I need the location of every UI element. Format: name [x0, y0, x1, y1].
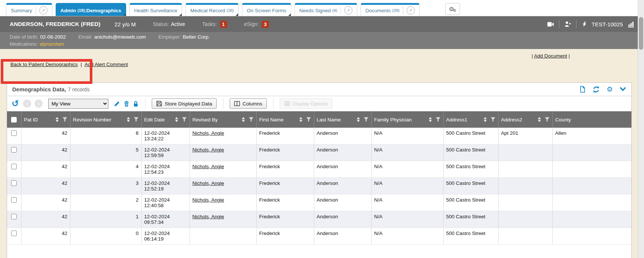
vertical-scrollbar[interactable]: [638, 0, 644, 258]
cell-county: [552, 228, 631, 245]
filter-funnel-icon[interactable]: [436, 117, 441, 122]
sort-icon[interactable]: [175, 117, 178, 122]
status-value: Active: [171, 21, 185, 27]
column-header-first-name[interactable]: First Name: [256, 111, 314, 128]
tab-summary[interactable]: Summary ↗: [6, 3, 52, 16]
refresh-icon[interactable]: [592, 86, 600, 93]
row-checkbox[interactable]: [11, 231, 17, 236]
medications-value[interactable]: alprazolam: [40, 41, 64, 47]
revised-by-link[interactable]: Nichols, Angie: [193, 180, 224, 186]
add-document-link[interactable]: Add Document: [534, 53, 567, 59]
cell-address1: 500 Castro Street: [443, 211, 498, 228]
revised-by-link[interactable]: Nichols, Angie: [193, 164, 224, 169]
sort-icon[interactable]: [127, 117, 130, 122]
table-header-row: Pat ID Revision Number Edit Date Revised…: [7, 111, 631, 128]
row-checkbox[interactable]: [11, 197, 17, 203]
header-select-all[interactable]: [7, 111, 21, 128]
display-options-label: Display Options: [293, 101, 328, 107]
new-document-icon[interactable]: [579, 86, 586, 93]
filter-funnel-icon[interactable]: [249, 117, 254, 122]
column-header-pat-id[interactable]: Pat ID: [21, 111, 70, 128]
row-checkbox[interactable]: [11, 130, 17, 136]
filter-funnel-icon[interactable]: [62, 117, 68, 122]
tab-admin-demographics[interactable]: Admin (19) :Demographics: [56, 3, 126, 16]
row-checkbox[interactable]: [11, 214, 17, 219]
scrollbar-thumb[interactable]: [639, 17, 643, 50]
edit-view-pencil-icon[interactable]: [114, 101, 120, 107]
display-options-button: Display Options: [280, 98, 332, 109]
tab-health-surveillance[interactable]: Health Surveillance: [129, 3, 182, 16]
cell-first-name: Frederick: [256, 161, 314, 178]
revised-by-link[interactable]: Nichols, Angie: [193, 147, 224, 153]
tab-medical-record-label: Medical Record: [190, 8, 225, 13]
tab-summary-popout[interactable]: ↗: [36, 6, 47, 14]
filter-funnel-icon[interactable]: [306, 117, 311, 122]
filter-funnel-icon[interactable]: [134, 117, 139, 122]
video-camera-icon[interactable]: [547, 22, 554, 27]
add-person-icon[interactable]: [565, 21, 571, 27]
delete-view-trash-icon[interactable]: [124, 101, 129, 107]
lightning-bolt-icon[interactable]: [582, 21, 586, 27]
filter-funnel-icon[interactable]: [490, 117, 496, 122]
esign-count-badge[interactable]: 3: [262, 21, 269, 28]
cell-edit-date: 12-02-202412:40:58: [141, 195, 190, 211]
sort-icon[interactable]: [357, 117, 360, 122]
tab-documents-label: Documents: [365, 8, 391, 13]
column-header-edit-date[interactable]: Edit Date: [141, 111, 190, 128]
lock-view-icon[interactable]: [133, 101, 139, 107]
sort-icon[interactable]: [299, 117, 302, 122]
collapse-chevron-icon[interactable]: [620, 87, 626, 92]
divider: [559, 20, 559, 28]
revised-by-link[interactable]: Nichols, Angie: [193, 214, 224, 219]
prev-view-button[interactable]: ‹: [23, 99, 31, 108]
filter-funnel-icon[interactable]: [182, 117, 187, 122]
cell-address1: 500 Castro Street: [443, 161, 498, 178]
column-header-revision-number[interactable]: Revision Number: [70, 111, 141, 128]
tab-dropdown-fold-icon: [288, 13, 291, 16]
column-header-revised-by[interactable]: Revised By: [190, 111, 256, 128]
row-checkbox[interactable]: [11, 147, 17, 153]
tab-needs-signed[interactable]: Needs Signed (4) ↗: [295, 3, 357, 16]
tab-documents-popout[interactable]: ↗: [403, 6, 415, 14]
cell-first-name: Frederick: [256, 211, 314, 228]
tab-medical-record[interactable]: Medical Record (16): [185, 3, 239, 16]
next-view-button[interactable]: ›: [34, 99, 43, 108]
undo-icon[interactable]: ↺: [12, 99, 19, 108]
sort-icon[interactable]: [538, 117, 541, 122]
tab-on-screen-forms[interactable]: On Screen Forms: [242, 3, 291, 16]
add-alert-comment-link[interactable]: Add Alert Comment: [85, 62, 128, 67]
revised-by-link[interactable]: Nichols, Angie: [193, 197, 224, 203]
tasks-count-badge[interactable]: 1: [220, 21, 227, 28]
bar-chart-icon[interactable]: [628, 21, 634, 27]
column-header-family-physician[interactable]: Family Physician: [371, 111, 443, 128]
sort-icon[interactable]: [56, 117, 59, 122]
settings-gear-icon[interactable]: ⚙: [607, 86, 613, 93]
columns-button[interactable]: Columns: [230, 98, 267, 109]
toolbar-divider: [145, 98, 145, 109]
select-all-checkbox[interactable]: [11, 117, 17, 123]
cell-revision: 1: [70, 211, 141, 228]
tab-admin-count: (19): [78, 8, 85, 13]
store-displayed-data-button[interactable]: Store Displayed Data: [152, 98, 217, 109]
view-select[interactable]: My View: [48, 99, 108, 109]
tab-needs-signed-popout[interactable]: ↗: [341, 6, 352, 14]
column-header-last-name[interactable]: Last Name: [314, 111, 371, 128]
sort-icon[interactable]: [242, 117, 245, 122]
back-to-patient-demographics-link[interactable]: Back to Patient Demographics: [10, 62, 78, 67]
sort-icon[interactable]: [429, 117, 432, 122]
column-header-address1[interactable]: Address1: [443, 111, 498, 128]
external-link-icon: ↗: [344, 6, 352, 14]
cell-address1: 500 Castro Street: [443, 144, 498, 161]
column-header-county[interactable]: County: [552, 111, 631, 128]
medications-label: Medications:: [10, 41, 38, 47]
row-checkbox[interactable]: [11, 180, 17, 186]
column-header-address2[interactable]: Address2: [498, 111, 552, 128]
sort-icon[interactable]: [484, 117, 487, 122]
tab-documents[interactable]: Documents (39) ↗: [361, 3, 420, 16]
revised-by-link[interactable]: Nichols, Angie: [193, 130, 224, 136]
pipe-separator: |: [568, 53, 570, 59]
filter-funnel-icon[interactable]: [545, 117, 550, 122]
row-checkbox[interactable]: [11, 164, 17, 169]
filter-funnel-icon[interactable]: [364, 117, 369, 122]
tab-settings-button[interactable]: ⚙ ⚙: [445, 3, 460, 15]
